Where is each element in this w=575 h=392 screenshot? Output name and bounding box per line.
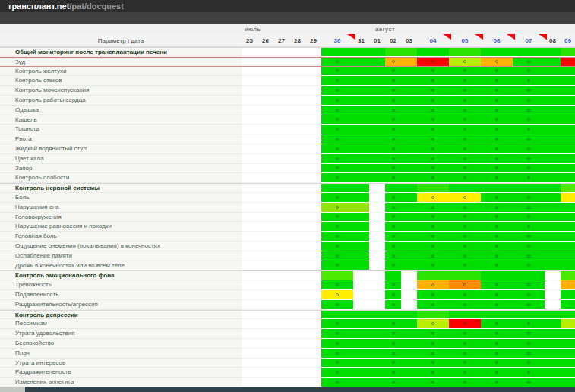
day-cell-09[interactable] — [561, 368, 575, 378]
day-cell-05[interactable] — [449, 349, 481, 359]
day-cell-02-03[interactable] — [385, 154, 417, 164]
day-cell-02-03[interactable] — [385, 339, 417, 349]
day-cell-06[interactable] — [481, 57, 513, 67]
day-cell-05[interactable] — [449, 183, 481, 193]
day-cell-04[interactable] — [417, 47, 449, 57]
day-cell-05[interactable] — [449, 270, 481, 280]
day-cell-07-08[interactable] — [513, 193, 561, 203]
day-cell-04[interactable] — [417, 378, 449, 387]
day-cell-05[interactable] — [449, 280, 481, 290]
day-cell-02-03[interactable] — [385, 349, 417, 359]
day-cell-04[interactable] — [417, 203, 449, 213]
day-cell-09[interactable] — [561, 154, 575, 164]
day-cell-07-08[interactable] — [513, 134, 561, 144]
day-cell-06[interactable] — [481, 310, 513, 320]
day-cell-02[interactable] — [385, 290, 401, 300]
day-cell-30-31[interactable] — [321, 193, 369, 203]
day-cell-06[interactable] — [481, 144, 513, 154]
day-cell-02[interactable] — [385, 280, 401, 290]
day-cell-30-31[interactable] — [321, 203, 369, 213]
day-cell-09[interactable] — [561, 115, 575, 125]
day-cell-02-03[interactable] — [385, 193, 417, 203]
day-cell-09[interactable] — [561, 183, 575, 193]
day-cell-06[interactable] — [481, 106, 513, 115]
day-cell-30-31-01[interactable] — [321, 173, 385, 183]
day-cell-07-08[interactable] — [513, 164, 561, 174]
day-cell-07-08[interactable] — [513, 125, 561, 134]
day-cell-30-31-01[interactable] — [321, 144, 385, 154]
day-cell-09[interactable] — [561, 251, 575, 261]
day-cell-04[interactable] — [417, 368, 449, 378]
day-cell-30-31-01[interactable] — [321, 368, 385, 378]
day-cell-09[interactable] — [561, 339, 575, 349]
day-cell-02-03[interactable] — [385, 261, 417, 271]
day-cell-07-08[interactable] — [513, 242, 561, 251]
day-cell-07-08[interactable] — [513, 67, 561, 77]
day-cell-07-08[interactable] — [513, 183, 561, 193]
day-cell-30-31[interactable] — [321, 232, 369, 242]
day-cell-02-03[interactable] — [385, 86, 417, 96]
day-cell-09[interactable] — [561, 232, 575, 242]
day-cell-06[interactable] — [481, 339, 513, 349]
day-cell-02-03[interactable] — [385, 242, 417, 251]
day-cell-02-03[interactable] — [385, 310, 417, 320]
day-cell-02-03[interactable] — [385, 319, 417, 329]
day-cell-04[interactable] — [417, 310, 449, 320]
day-cell-06-07[interactable] — [481, 280, 545, 290]
day-cell-02-03[interactable] — [385, 329, 417, 339]
day-cell-30-31[interactable] — [321, 222, 369, 232]
day-cell-09[interactable] — [561, 213, 575, 223]
day-cell-02-03[interactable] — [385, 359, 417, 368]
day-cell-04[interactable] — [417, 164, 449, 174]
day-cell-04[interactable] — [417, 57, 449, 67]
day-cell-04[interactable] — [417, 183, 449, 193]
day-cell-04[interactable] — [417, 280, 449, 290]
day-cell-09[interactable] — [561, 76, 575, 86]
day-cell-02-03[interactable] — [385, 164, 417, 174]
day-cell-02-03[interactable] — [385, 232, 417, 242]
day-cell-02-03[interactable] — [385, 57, 417, 67]
day-cell-30-31-01[interactable] — [321, 378, 385, 387]
day-cell-07-08[interactable] — [513, 329, 561, 339]
day-cell-09[interactable] — [561, 173, 575, 183]
day-cell-09[interactable] — [561, 261, 575, 271]
day-cell-06[interactable] — [481, 154, 513, 164]
day-cell-04[interactable] — [417, 242, 449, 251]
day-cell-05[interactable] — [449, 368, 481, 378]
day-cell-07-08[interactable] — [513, 86, 561, 96]
day-cell-30-31-01[interactable] — [321, 349, 385, 359]
day-cell-30-31-01[interactable] — [321, 339, 385, 349]
day-cell-09[interactable] — [561, 280, 575, 290]
day-cell-02-03[interactable] — [385, 115, 417, 125]
day-cell-09[interactable] — [561, 329, 575, 339]
day-cell-04[interactable] — [417, 300, 449, 310]
day-cell-30-31[interactable] — [321, 242, 369, 251]
day-cell-30[interactable] — [321, 270, 353, 280]
day-cell-02-03[interactable] — [385, 47, 417, 57]
day-cell-06[interactable] — [481, 86, 513, 96]
day-cell-07-08[interactable] — [513, 310, 561, 320]
day-cell-06[interactable] — [481, 242, 513, 251]
day-cell-30-31-01[interactable] — [321, 86, 385, 96]
day-cell-04[interactable] — [417, 86, 449, 96]
day-cell-30-31-01[interactable] — [321, 134, 385, 144]
day-cell-02-03[interactable] — [385, 76, 417, 86]
day-cell-07-08[interactable] — [513, 203, 561, 213]
day-cell-02-03[interactable] — [385, 96, 417, 106]
day-cell-05[interactable] — [449, 47, 481, 57]
day-cell-04[interactable] — [417, 67, 449, 77]
day-cell-30-31-01[interactable] — [321, 76, 385, 86]
day-cell-06[interactable] — [481, 193, 513, 203]
day-cell-09[interactable] — [561, 242, 575, 251]
day-cell-05[interactable] — [449, 96, 481, 106]
day-cell-05[interactable] — [449, 359, 481, 368]
day-cell-07-08[interactable] — [513, 76, 561, 86]
day-cell-05[interactable] — [449, 76, 481, 86]
day-cell-04[interactable] — [417, 173, 449, 183]
day-cell-30-31-01[interactable] — [321, 310, 385, 320]
day-cell-02[interactable] — [385, 300, 401, 310]
day-cell-30-31-01[interactable] — [321, 125, 385, 134]
day-cell-05[interactable] — [449, 173, 481, 183]
day-cell-02-03[interactable] — [385, 144, 417, 154]
day-cell-06[interactable] — [481, 222, 513, 232]
